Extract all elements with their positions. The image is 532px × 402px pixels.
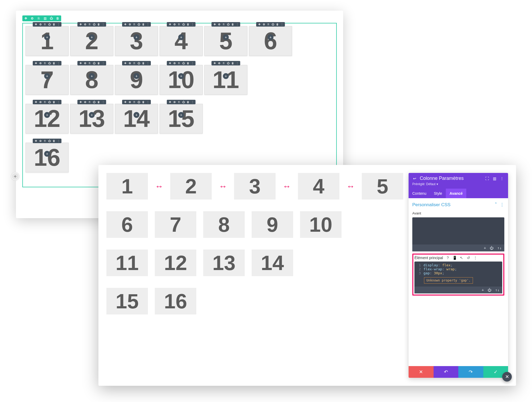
more-icon[interactable]: ⋮ [191, 23, 194, 26]
add-module-button[interactable]: + [178, 112, 184, 118]
settings-icon[interactable]: ✿ [39, 23, 42, 26]
duplicate-icon[interactable]: ⎘ [133, 23, 136, 26]
duplicate-icon[interactable]: ⎘ [43, 23, 46, 26]
power-icon[interactable]: ⏻ [137, 62, 140, 65]
add-module-button[interactable]: + [44, 73, 50, 79]
module[interactable]: ✥✿⎘⏻🗑⋮+8 [70, 65, 113, 95]
module[interactable]: ✥✿⎘⏻🗑⋮+11 [204, 65, 247, 95]
delete-icon[interactable]: 🗑 [52, 139, 55, 142]
power-icon[interactable]: ⏻ [182, 23, 185, 26]
settings-icon[interactable]: ✿ [39, 139, 42, 142]
module-toolbar[interactable]: ✥✿⎘⏻🗑⋮ [122, 22, 151, 27]
power-icon[interactable]: ⏻ [227, 62, 230, 65]
avant-code-editor[interactable]: + ⏻ ↑↓ [412, 217, 504, 251]
cancel-button[interactable]: ✕ [409, 366, 434, 378]
module-toolbar[interactable]: ✥✿⎘⏻🗑⋮ [167, 61, 196, 65]
power-icon[interactable]: ⏻ [93, 101, 95, 103]
settings-icon[interactable]: ✿ [84, 101, 86, 103]
tab-style[interactable]: Style [430, 189, 446, 198]
duplicate-icon[interactable]: ⎘ [222, 62, 225, 65]
duplicate-icon[interactable]: ⎘ [88, 23, 91, 26]
add-module-button[interactable]: + [89, 34, 95, 40]
add-module-button[interactable]: + [44, 34, 50, 40]
move-icon[interactable]: ✥ [24, 16, 28, 20]
more-icon[interactable]: ⋮ [500, 176, 504, 181]
module[interactable]: ✥✿⎘⏻🗑⋮+9 [115, 65, 158, 95]
add-section-left[interactable]: + [11, 172, 19, 180]
more-icon[interactable]: ⋮ [191, 62, 194, 65]
power-icon[interactable]: ⏻ [488, 288, 491, 292]
settings-icon[interactable]: ✿ [128, 101, 131, 103]
power-icon[interactable]: ⏻ [49, 16, 53, 20]
module[interactable]: ✥✿⎘⏻🗑⋮+16 [26, 143, 69, 172]
more-icon[interactable]: ⋮ [102, 101, 105, 103]
module[interactable]: ✥✿⎘⏻🗑⋮+14 [115, 104, 158, 134]
duplicate-icon[interactable]: ⎘ [133, 62, 136, 65]
module[interactable]: ✥✿⎘⏻🗑⋮+1 [26, 26, 69, 56]
add-module-button[interactable]: + [89, 112, 95, 118]
row-more-icon[interactable]: ⋮ [473, 256, 477, 260]
duplicate-icon[interactable]: ⎘ [37, 16, 40, 20]
move-icon[interactable]: ✥ [79, 101, 82, 103]
module-toolbar[interactable]: ✥✿⎘⏻🗑⋮ [33, 22, 61, 27]
main-code-editor[interactable]: 1display: flex;2flex-wrap: wrap;3gap: 30… [414, 262, 502, 293]
add-module-button[interactable]: + [44, 151, 50, 157]
move-icon[interactable]: ✥ [168, 101, 171, 103]
delete-icon[interactable]: 🗑 [231, 62, 234, 65]
delete-icon[interactable]: 🗑 [52, 23, 55, 26]
dock-icon[interactable]: ▥ [492, 176, 497, 181]
settings-icon[interactable]: ✿ [128, 62, 131, 65]
module-toolbar[interactable]: ✥✿⎘⏻🗑⋮ [77, 22, 106, 27]
delete-icon[interactable]: 🗑 [186, 101, 189, 103]
more-icon[interactable]: ⋮ [191, 101, 194, 103]
more-icon[interactable]: ⋮ [57, 101, 60, 103]
add-icon[interactable]: + [482, 288, 484, 292]
more-icon[interactable]: ⋮ [102, 62, 105, 65]
power-icon[interactable]: ⏻ [93, 23, 95, 26]
power-icon[interactable]: ⏻ [48, 62, 51, 65]
move-icon[interactable]: ✥ [124, 101, 127, 103]
more-icon[interactable]: ⋮ [146, 101, 149, 103]
module-toolbar[interactable]: ✥✿⎘⏻🗑⋮ [77, 100, 106, 104]
phone-icon[interactable]: 📱 [452, 256, 457, 260]
move-icon[interactable]: ✥ [168, 62, 171, 65]
undo-button[interactable]: ↶ [434, 366, 459, 378]
delete-icon[interactable]: 🗑 [97, 62, 100, 65]
more-icon[interactable]: ⋮ [146, 23, 149, 26]
back-icon[interactable]: ↩ [412, 176, 417, 181]
module[interactable]: ✥✿⎘⏻🗑⋮+15 [160, 104, 203, 134]
tab-avancé[interactable]: Avancé [446, 189, 466, 198]
module[interactable]: ✥✿⎘⏻🗑⋮+5 [204, 26, 247, 56]
more-icon[interactable]: ⋮ [102, 23, 105, 26]
power-icon[interactable]: ⏻ [137, 101, 140, 103]
more-icon[interactable]: ⋮ [57, 139, 60, 142]
module[interactable]: ✥✿⎘⏻🗑⋮+12 [26, 104, 69, 134]
add-icon[interactable]: + [484, 246, 486, 250]
move-icon[interactable]: ✥ [213, 62, 216, 65]
duplicate-icon[interactable]: ⎘ [133, 101, 136, 103]
add-module-button[interactable]: + [134, 112, 139, 118]
move-icon[interactable]: ✥ [34, 62, 37, 65]
code-line[interactable]: 3gap: 30px; [416, 271, 501, 275]
power-icon[interactable]: ⏻ [93, 62, 95, 65]
module-toolbar[interactable]: ✥✿⎘⏻🗑⋮ [256, 22, 285, 27]
add-module-button[interactable]: + [268, 34, 273, 40]
move-icon[interactable]: ✥ [34, 23, 37, 26]
reorder-icon[interactable]: ↑↓ [495, 288, 500, 292]
settings-icon[interactable]: ✿ [173, 62, 176, 65]
delete-icon[interactable]: 🗑 [231, 23, 234, 26]
power-icon[interactable]: ⏻ [182, 101, 185, 103]
columns-icon[interactable]: ▥ [43, 16, 47, 20]
delete-icon[interactable]: 🗑 [52, 62, 55, 65]
add-module-button[interactable]: + [223, 34, 229, 40]
power-icon[interactable]: ⏻ [490, 246, 493, 250]
module-toolbar[interactable]: ✥✿⎘⏻🗑⋮ [33, 61, 61, 65]
more-icon[interactable]: ⋮ [146, 62, 149, 65]
module-toolbar[interactable]: ✥✿⎘⏻🗑⋮ [122, 61, 151, 65]
module-toolbar[interactable]: ✥✿⎘⏻🗑⋮ [77, 61, 106, 65]
module-toolbar[interactable]: ✥✿⎘⏻🗑⋮ [167, 22, 196, 27]
move-icon[interactable]: ✥ [213, 23, 216, 26]
settings-icon[interactable]: ✿ [39, 101, 42, 103]
move-icon[interactable]: ✥ [34, 101, 37, 103]
module[interactable]: ✥✿⎘⏻🗑⋮+10 [160, 65, 203, 95]
